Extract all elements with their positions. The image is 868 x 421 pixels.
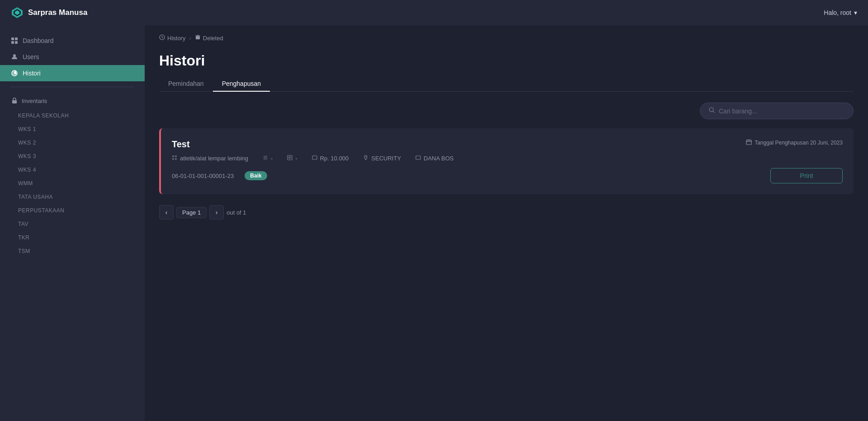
clock-icon <box>159 34 165 42</box>
svg-rect-3 <box>11 37 14 40</box>
sidebar-item-dashboard-label: Dashboard <box>23 37 54 44</box>
card-meta: atletik/alat lempar lembing - <box>172 155 843 162</box>
tab-penghapusan[interactable]: Penghapusan <box>213 76 270 92</box>
page-number-label: Page 1 <box>176 207 207 218</box>
print-button[interactable]: Print <box>770 168 843 183</box>
sidebar-item-histori-label: Histori <box>23 70 41 77</box>
meta-price: Rp. 10.000 <box>312 155 349 162</box>
meta-quantity: - <box>263 155 273 162</box>
breadcrumb-separator: › <box>189 35 191 42</box>
breadcrumb-history: History <box>159 34 185 42</box>
main-content: History › Deleted Histori Pemindahan Pen… <box>145 25 868 421</box>
svg-rect-5 <box>11 41 14 44</box>
card-footer: 06-01-01-001-00001-23 Baik Print <box>172 168 843 183</box>
card-date: Tanggal Penghapusan 20 Juni, 2023 <box>746 139 843 146</box>
location-icon <box>363 155 368 162</box>
search-icon <box>708 107 715 115</box>
svg-rect-19 <box>416 156 420 159</box>
card-title: Test <box>172 139 190 150</box>
sidebar-sub-wks2[interactable]: WKS 2 <box>0 136 145 150</box>
calendar-icon <box>746 139 752 146</box>
tabs: Pemindahan Penghapusan <box>159 76 854 92</box>
breadcrumb-deleted-label: Deleted <box>203 35 223 42</box>
page-title: Histori <box>159 52 854 69</box>
sidebar-item-users-label: Users <box>23 53 39 61</box>
user-icon <box>11 53 18 61</box>
fund-icon <box>415 155 421 162</box>
page-out-of: out of 1 <box>226 209 246 216</box>
meta-notes-value: - <box>295 155 297 162</box>
sidebar-sub-tsm[interactable]: TSM <box>0 244 145 258</box>
sidebar-sub-tata-usaha[interactable]: TATA USAHA <box>0 190 145 204</box>
search-row <box>159 103 854 119</box>
user-greeting: Halo, root <box>824 9 851 16</box>
trash-icon <box>195 34 201 42</box>
meta-notes: - <box>287 155 297 162</box>
sidebar-section-inventaris: Inventaris <box>0 93 145 109</box>
breadcrumb-deleted: Deleted <box>195 34 223 42</box>
sidebar-sub-perpustakaan[interactable]: PERPUSTAKAAN <box>0 204 145 217</box>
svg-rect-14 <box>748 140 748 141</box>
sidebar-item-dashboard[interactable]: Dashboard <box>0 33 145 49</box>
record-code: 06-01-01-001-00001-23 <box>172 173 234 179</box>
chevron-down-icon: ▾ <box>854 9 857 16</box>
sidebar-sub-wks4[interactable]: WKS 4 <box>0 163 145 177</box>
sidebar-sub-wmm[interactable]: WMM <box>0 177 145 190</box>
sidebar-item-histori[interactable]: Histori <box>0 65 145 81</box>
notes-icon <box>287 155 292 162</box>
lock-icon <box>11 97 18 104</box>
svg-rect-13 <box>746 140 751 145</box>
meta-price-value: Rp. 10.000 <box>320 155 349 162</box>
grid-icon <box>11 37 18 44</box>
svg-rect-9 <box>12 100 17 103</box>
sidebar-sub-kepala-sekolah[interactable]: KEPALA SEKOLAH <box>0 109 145 122</box>
card-date-label: Tanggal Penghapusan 20 Juni, 2023 <box>755 140 843 146</box>
tab-pemindahan[interactable]: Pemindahan <box>159 76 213 92</box>
price-icon <box>312 155 317 162</box>
sidebar-divider <box>11 87 134 87</box>
meta-location-value: SECURITY <box>371 155 401 162</box>
svg-rect-17 <box>312 156 317 159</box>
record-card: Test Tanggal Penghapusan 20 Juni, 2023 <box>159 128 854 194</box>
svg-rect-4 <box>15 37 18 40</box>
prev-page-button[interactable]: ‹ <box>159 205 174 220</box>
brand-icon <box>11 6 24 19</box>
search-box[interactable] <box>700 103 854 119</box>
meta-fund-value: DANA BOS <box>424 155 453 162</box>
user-menu[interactable]: Halo, root ▾ <box>824 9 857 16</box>
brand: Sarpras Manusa <box>11 6 87 19</box>
breadcrumb: History › Deleted <box>159 34 854 42</box>
meta-category: atletik/alat lempar lembing <box>172 155 248 162</box>
history-icon <box>11 70 18 77</box>
sidebar-sub-wks1[interactable]: WKS 1 <box>0 122 145 136</box>
category-icon <box>172 155 177 162</box>
svg-rect-15 <box>750 140 750 141</box>
sidebar-sub-tav[interactable]: TAV <box>0 217 145 231</box>
breadcrumb-history-label: History <box>167 35 185 42</box>
svg-point-18 <box>365 156 366 157</box>
pagination: ‹ Page 1 › out of 1 <box>159 205 854 220</box>
next-page-button[interactable]: › <box>209 205 224 220</box>
sidebar: Dashboard Users Histori <box>0 25 145 421</box>
sidebar-item-users[interactable]: Users <box>0 49 145 65</box>
sidebar-sub-wks3[interactable]: WKS 3 <box>0 150 145 163</box>
meta-location: SECURITY <box>363 155 401 162</box>
meta-quantity-value: - <box>271 155 273 162</box>
meta-category-value: atletik/alat lempar lembing <box>180 155 248 162</box>
sidebar-section-inventaris-label: Inventaris <box>22 98 47 104</box>
quantity-icon <box>263 155 268 162</box>
brand-name: Sarpras Manusa <box>28 8 87 17</box>
card-header: Test Tanggal Penghapusan 20 Juni, 2023 <box>172 139 843 150</box>
search-input[interactable] <box>719 108 845 115</box>
topbar: Sarpras Manusa Halo, root ▾ <box>0 0 868 25</box>
svg-rect-6 <box>15 41 18 44</box>
condition-badge: Baik <box>245 171 267 180</box>
sidebar-sub-tkr[interactable]: TKR <box>0 231 145 244</box>
svg-rect-11 <box>196 36 200 39</box>
meta-fund: DANA BOS <box>415 155 453 162</box>
